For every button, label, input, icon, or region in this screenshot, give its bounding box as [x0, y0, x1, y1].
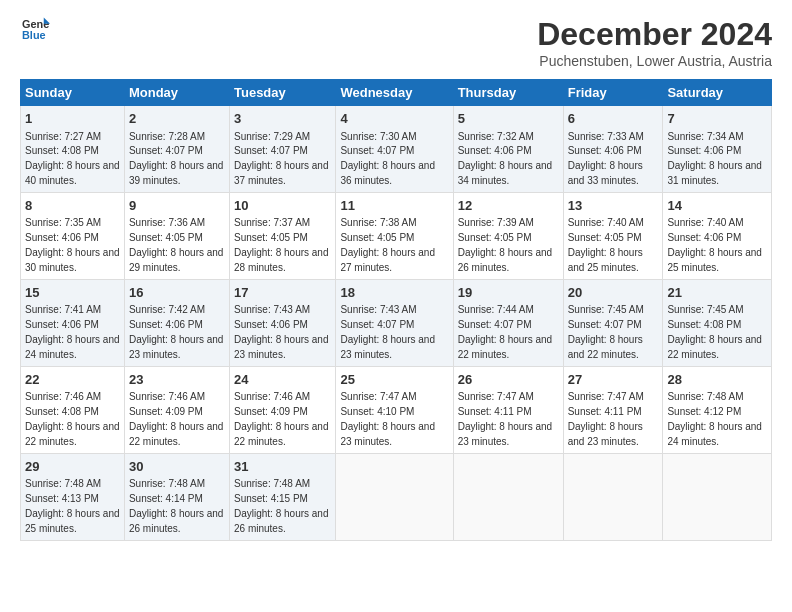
col-header-sunday: Sunday: [21, 80, 125, 106]
subtitle: Puchenstuben, Lower Austria, Austria: [537, 53, 772, 69]
day-info: Sunrise: 7:34 AMSunset: 4:06 PMDaylight:…: [667, 131, 762, 187]
day-info: Sunrise: 7:36 AMSunset: 4:05 PMDaylight:…: [129, 217, 224, 273]
day-number: 26: [458, 371, 559, 389]
day-number: 6: [568, 110, 659, 128]
logo: General Blue: [20, 16, 50, 48]
calendar-cell: [336, 453, 453, 540]
day-info: Sunrise: 7:48 AMSunset: 4:14 PMDaylight:…: [129, 478, 224, 534]
logo-icon: General Blue: [22, 16, 50, 44]
calendar-cell: 31Sunrise: 7:48 AMSunset: 4:15 PMDayligh…: [229, 453, 335, 540]
calendar-cell: 5Sunrise: 7:32 AMSunset: 4:06 PMDaylight…: [453, 106, 563, 193]
calendar-cell: 21Sunrise: 7:45 AMSunset: 4:08 PMDayligh…: [663, 279, 772, 366]
calendar-cell: 22Sunrise: 7:46 AMSunset: 4:08 PMDayligh…: [21, 366, 125, 453]
calendar-cell: 8Sunrise: 7:35 AMSunset: 4:06 PMDaylight…: [21, 192, 125, 279]
calendar-cell: [663, 453, 772, 540]
calendar-cell: 13Sunrise: 7:40 AMSunset: 4:05 PMDayligh…: [563, 192, 663, 279]
calendar-cell: 3Sunrise: 7:29 AMSunset: 4:07 PMDaylight…: [229, 106, 335, 193]
calendar-table: SundayMondayTuesdayWednesdayThursdayFrid…: [20, 79, 772, 541]
calendar-cell: 30Sunrise: 7:48 AMSunset: 4:14 PMDayligh…: [124, 453, 229, 540]
day-number: 22: [25, 371, 120, 389]
calendar-cell: 29Sunrise: 7:48 AMSunset: 4:13 PMDayligh…: [21, 453, 125, 540]
day-info: Sunrise: 7:47 AMSunset: 4:11 PMDaylight:…: [458, 391, 553, 447]
day-info: Sunrise: 7:28 AMSunset: 4:07 PMDaylight:…: [129, 131, 224, 187]
calendar-row: 22Sunrise: 7:46 AMSunset: 4:08 PMDayligh…: [21, 366, 772, 453]
header: General Blue December 2024 Puchenstuben,…: [20, 16, 772, 69]
calendar-cell: 24Sunrise: 7:46 AMSunset: 4:09 PMDayligh…: [229, 366, 335, 453]
calendar-cell: 7Sunrise: 7:34 AMSunset: 4:06 PMDaylight…: [663, 106, 772, 193]
day-info: Sunrise: 7:37 AMSunset: 4:05 PMDaylight:…: [234, 217, 329, 273]
day-number: 23: [129, 371, 225, 389]
calendar-cell: 4Sunrise: 7:30 AMSunset: 4:07 PMDaylight…: [336, 106, 453, 193]
calendar-cell: 12Sunrise: 7:39 AMSunset: 4:05 PMDayligh…: [453, 192, 563, 279]
day-info: Sunrise: 7:48 AMSunset: 4:12 PMDaylight:…: [667, 391, 762, 447]
day-number: 12: [458, 197, 559, 215]
day-number: 20: [568, 284, 659, 302]
day-number: 21: [667, 284, 767, 302]
col-header-tuesday: Tuesday: [229, 80, 335, 106]
day-info: Sunrise: 7:43 AMSunset: 4:07 PMDaylight:…: [340, 304, 435, 360]
svg-text:Blue: Blue: [22, 29, 46, 41]
calendar-cell: 27Sunrise: 7:47 AMSunset: 4:11 PMDayligh…: [563, 366, 663, 453]
day-number: 17: [234, 284, 331, 302]
main-title: December 2024: [537, 16, 772, 53]
day-number: 13: [568, 197, 659, 215]
day-number: 10: [234, 197, 331, 215]
col-header-saturday: Saturday: [663, 80, 772, 106]
title-block: December 2024 Puchenstuben, Lower Austri…: [537, 16, 772, 69]
day-number: 25: [340, 371, 448, 389]
page: General Blue December 2024 Puchenstuben,…: [0, 0, 792, 612]
day-info: Sunrise: 7:46 AMSunset: 4:08 PMDaylight:…: [25, 391, 120, 447]
calendar-row: 29Sunrise: 7:48 AMSunset: 4:13 PMDayligh…: [21, 453, 772, 540]
day-number: 8: [25, 197, 120, 215]
calendar-cell: 19Sunrise: 7:44 AMSunset: 4:07 PMDayligh…: [453, 279, 563, 366]
calendar-cell: [453, 453, 563, 540]
day-info: Sunrise: 7:30 AMSunset: 4:07 PMDaylight:…: [340, 131, 435, 187]
day-number: 9: [129, 197, 225, 215]
day-number: 5: [458, 110, 559, 128]
day-number: 4: [340, 110, 448, 128]
day-number: 28: [667, 371, 767, 389]
calendar-cell: 18Sunrise: 7:43 AMSunset: 4:07 PMDayligh…: [336, 279, 453, 366]
day-number: 3: [234, 110, 331, 128]
day-number: 19: [458, 284, 559, 302]
calendar-row: 1Sunrise: 7:27 AMSunset: 4:08 PMDaylight…: [21, 106, 772, 193]
day-info: Sunrise: 7:40 AMSunset: 4:05 PMDaylight:…: [568, 217, 644, 273]
calendar-cell: 17Sunrise: 7:43 AMSunset: 4:06 PMDayligh…: [229, 279, 335, 366]
calendar-cell: 28Sunrise: 7:48 AMSunset: 4:12 PMDayligh…: [663, 366, 772, 453]
day-info: Sunrise: 7:45 AMSunset: 4:08 PMDaylight:…: [667, 304, 762, 360]
day-info: Sunrise: 7:35 AMSunset: 4:06 PMDaylight:…: [25, 217, 120, 273]
day-info: Sunrise: 7:39 AMSunset: 4:05 PMDaylight:…: [458, 217, 553, 273]
day-number: 11: [340, 197, 448, 215]
day-number: 29: [25, 458, 120, 476]
day-number: 30: [129, 458, 225, 476]
calendar-cell: 14Sunrise: 7:40 AMSunset: 4:06 PMDayligh…: [663, 192, 772, 279]
calendar-row: 8Sunrise: 7:35 AMSunset: 4:06 PMDaylight…: [21, 192, 772, 279]
day-info: Sunrise: 7:46 AMSunset: 4:09 PMDaylight:…: [234, 391, 329, 447]
day-info: Sunrise: 7:46 AMSunset: 4:09 PMDaylight:…: [129, 391, 224, 447]
day-info: Sunrise: 7:38 AMSunset: 4:05 PMDaylight:…: [340, 217, 435, 273]
day-number: 1: [25, 110, 120, 128]
day-number: 16: [129, 284, 225, 302]
col-header-friday: Friday: [563, 80, 663, 106]
calendar-cell: [563, 453, 663, 540]
day-number: 27: [568, 371, 659, 389]
calendar-cell: 6Sunrise: 7:33 AMSunset: 4:06 PMDaylight…: [563, 106, 663, 193]
calendar-cell: 16Sunrise: 7:42 AMSunset: 4:06 PMDayligh…: [124, 279, 229, 366]
day-info: Sunrise: 7:29 AMSunset: 4:07 PMDaylight:…: [234, 131, 329, 187]
day-number: 31: [234, 458, 331, 476]
calendar-cell: 26Sunrise: 7:47 AMSunset: 4:11 PMDayligh…: [453, 366, 563, 453]
calendar-cell: 25Sunrise: 7:47 AMSunset: 4:10 PMDayligh…: [336, 366, 453, 453]
calendar-cell: 10Sunrise: 7:37 AMSunset: 4:05 PMDayligh…: [229, 192, 335, 279]
calendar-cell: 20Sunrise: 7:45 AMSunset: 4:07 PMDayligh…: [563, 279, 663, 366]
day-info: Sunrise: 7:48 AMSunset: 4:13 PMDaylight:…: [25, 478, 120, 534]
col-header-wednesday: Wednesday: [336, 80, 453, 106]
day-info: Sunrise: 7:47 AMSunset: 4:10 PMDaylight:…: [340, 391, 435, 447]
col-header-thursday: Thursday: [453, 80, 563, 106]
day-info: Sunrise: 7:45 AMSunset: 4:07 PMDaylight:…: [568, 304, 644, 360]
day-info: Sunrise: 7:32 AMSunset: 4:06 PMDaylight:…: [458, 131, 553, 187]
calendar-header: SundayMondayTuesdayWednesdayThursdayFrid…: [21, 80, 772, 106]
day-info: Sunrise: 7:33 AMSunset: 4:06 PMDaylight:…: [568, 131, 644, 187]
day-number: 14: [667, 197, 767, 215]
calendar-cell: 2Sunrise: 7:28 AMSunset: 4:07 PMDaylight…: [124, 106, 229, 193]
day-number: 24: [234, 371, 331, 389]
